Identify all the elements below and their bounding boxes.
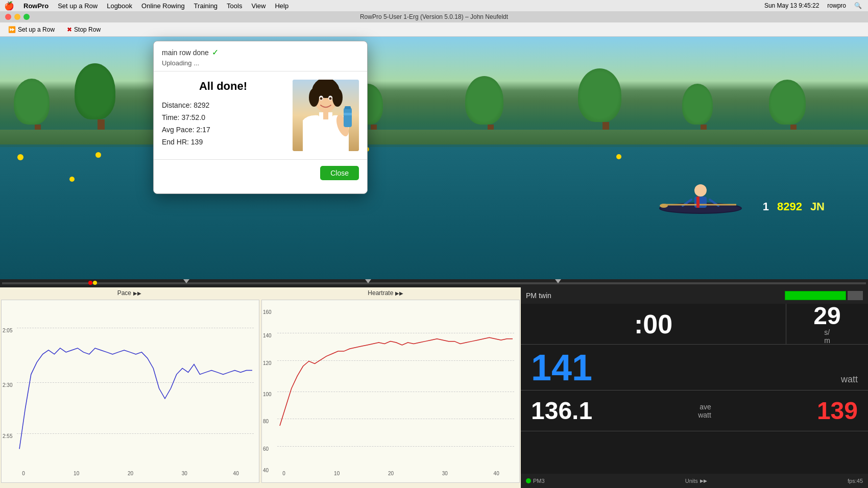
pm-hr-value: 139 — [817, 397, 858, 425]
pm-ave-watt-value: 136.1 — [531, 397, 592, 425]
pm-spm-value: 29 — [813, 304, 840, 328]
svg-point-17 — [329, 97, 332, 100]
minimize-window-button[interactable] — [14, 14, 20, 20]
progress-track — [2, 282, 866, 284]
pm3-status-dot — [526, 478, 531, 483]
close-dialog-button[interactable]: Close — [320, 166, 359, 180]
menu-setup[interactable]: Set up a Row — [54, 0, 102, 11]
pm-time-value: :00 — [521, 304, 786, 344]
menu-view[interactable]: View — [247, 0, 270, 11]
window-title: RowPro 5-User 1-Erg (Version 5.0.18) – J… — [360, 13, 508, 20]
menu-tools[interactable]: Tools — [223, 0, 246, 11]
svg-rect-20 — [328, 112, 332, 120]
pm-battery-bar-gray — [848, 291, 863, 300]
buoy-6 — [95, 152, 101, 158]
ground — [0, 130, 868, 144]
units-arrow-icon[interactable]: ▶▶ — [700, 478, 707, 483]
pm-spm-unit2: m — [824, 336, 830, 345]
menu-help[interactable]: Help — [271, 0, 293, 11]
pm-time-row: :00 29 s/ m — [521, 304, 868, 345]
buoy-5 — [69, 177, 75, 182]
progress-marker-3 — [555, 279, 561, 283]
svg-point-1 — [694, 184, 707, 197]
pm-footer: PM3 Units ▶▶ fps:45 — [521, 474, 868, 488]
menu-rowpro[interactable]: RowPro — [19, 0, 53, 11]
svg-point-13 — [332, 88, 343, 107]
scene: 1 8292 JN — [0, 37, 868, 282]
pm-spm-container: 29 s/ m — [786, 304, 868, 344]
dialog-body: All done! Distance: 8292 Time: 37:52.0 A… — [154, 71, 367, 159]
traffic-lights — [5, 14, 30, 20]
svg-rect-7 — [696, 197, 700, 208]
pm-header: PM twin — [521, 287, 868, 304]
pm-ave-label: ave watt — [698, 403, 711, 419]
stat-end-hr: End HR: 139 — [162, 138, 284, 146]
pace-canvas — [2, 300, 260, 483]
scene-numbers: 1 8292 JN — [763, 200, 825, 213]
stop-row-button[interactable]: ✖ Stop Row — [64, 25, 104, 34]
rower-figure — [655, 175, 746, 218]
progress-marker-1 — [183, 279, 189, 283]
pm-bar-container — [785, 291, 863, 300]
progress-indicator-red — [88, 281, 92, 285]
svg-rect-24 — [344, 113, 352, 115]
menu-online-rowing[interactable]: Online Rowing — [137, 0, 189, 11]
rower-initials: JN — [810, 200, 825, 213]
avatar — [293, 80, 359, 151]
all-done-title: All done! — [162, 80, 284, 93]
menu-time: Sun May 13 9:45:22 — [762, 2, 821, 9]
progress-bar — [0, 279, 868, 287]
pace-chart: 2:05 2:30 2:55 0 10 20 30 40 — [1, 300, 259, 483]
pm-ave-row: 136.1 ave watt 139 — [521, 391, 868, 431]
stat-avg-pace: Avg Pace: 2:17 — [162, 126, 284, 134]
pm-spm-unit1: s/ — [824, 328, 830, 336]
progress-marker-2 — [365, 279, 371, 283]
menu-training[interactable]: Training — [190, 0, 222, 11]
setup-row-button[interactable]: ⏩ Set up a Row — [5, 25, 58, 34]
svg-point-16 — [320, 97, 323, 100]
pace-chart-label: Pace ▶▶ — [117, 289, 141, 297]
pm-pm3-label: PM3 — [526, 478, 545, 484]
pm-title: PM twin — [526, 291, 551, 300]
tree-7 — [590, 68, 621, 140]
charts-title-bar: Pace ▶▶ Heartrate ▶▶ — [0, 287, 521, 299]
completion-dialog: main row done ✓ Uploading ... All done! … — [153, 41, 368, 194]
svg-point-12 — [309, 88, 319, 107]
pm-panel: PM twin :00 29 s/ m 141 watt 136.1 ave w… — [521, 287, 868, 488]
tree-2 — [87, 63, 115, 140]
setup-icon: ⏩ — [8, 26, 16, 33]
close-window-button[interactable] — [5, 14, 11, 20]
heartrate-chart-label: Heartrate ▶▶ — [368, 289, 403, 297]
svg-point-6 — [660, 204, 668, 208]
heartrate-arrow-icon[interactable]: ▶▶ — [395, 290, 403, 296]
svg-rect-23 — [345, 106, 351, 109]
stop-icon: ✖ — [67, 26, 72, 33]
svg-rect-2 — [694, 197, 707, 208]
heartrate-chart: 160 140 120 100 80 60 40 0 10 20 30 40 — [261, 300, 520, 483]
stat-distance: Distance: 8292 — [162, 101, 284, 109]
charts-container: 2:05 2:30 2:55 0 10 20 30 40 160 140 120… — [0, 299, 521, 484]
rower-rank: 1 — [763, 200, 769, 213]
dialog-stats: All done! Distance: 8292 Time: 37:52.0 A… — [162, 80, 284, 151]
pm-watt-unit: watt — [841, 374, 858, 390]
pace-arrow-icon[interactable]: ▶▶ — [133, 290, 141, 296]
menubar: 🍎 RowPro Set up a Row Logbook Online Row… — [0, 0, 868, 11]
apple-menu[interactable]: 🍎 — [4, 1, 14, 11]
maximize-window-button[interactable] — [23, 14, 30, 20]
menu-username: rowpro — [825, 2, 848, 9]
search-icon[interactable]: 🔍 — [852, 2, 864, 9]
uploading-text: Uploading ... — [162, 59, 359, 67]
dialog-header: main row done ✓ Uploading ... — [154, 41, 367, 71]
stat-time: Time: 37:52.0 — [162, 113, 284, 121]
pm-fps-label: fps:45 — [848, 478, 863, 484]
pm-units-label: Units ▶▶ — [685, 478, 707, 484]
pm-watt-value: 141 — [531, 349, 592, 386]
main-row-done-row: main row done ✓ — [162, 47, 359, 57]
hr-canvas — [262, 300, 520, 483]
titlebar: RowPro 5-User 1-Erg (Version 5.0.18) – J… — [0, 11, 868, 22]
svg-rect-22 — [344, 108, 352, 127]
svg-rect-19 — [319, 112, 323, 120]
pm-watt-row: 141 watt — [521, 345, 868, 391]
menu-logbook[interactable]: Logbook — [103, 0, 136, 11]
checkmark-icon: ✓ — [212, 47, 219, 57]
